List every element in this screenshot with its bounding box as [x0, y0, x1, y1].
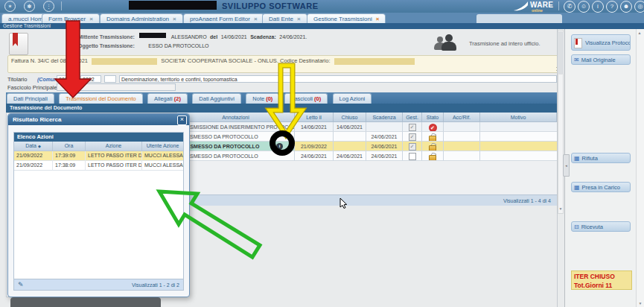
grid-icon: ▦	[574, 184, 580, 191]
list-item-selected[interactable]: 21/09/2022 17:39:09 LETTO PASSO ITER DI …	[14, 151, 183, 161]
sidebar-scrollbar[interactable]: ▲ ▼	[636, 29, 644, 307]
ricevuta-button[interactable]: ⊟Ricevuta	[571, 221, 631, 232]
cell-annotazione: TRASMISSIONE DA INSERIMENTO PROTOCOLLO N…	[177, 122, 295, 132]
col-stato[interactable]: Stato	[422, 113, 444, 122]
smiley-icon[interactable]: ☺	[578, 1, 590, 13]
titolario-code2-input[interactable]	[80, 75, 101, 83]
close-icon[interactable]: ×	[173, 16, 176, 22]
tab-dati-principali[interactable]: Dati Principali	[7, 93, 54, 104]
tab-dati-aggiuntivi[interactable]: Dati Aggiuntivi	[192, 93, 241, 104]
sidebar-collapse-handle[interactable]: ◂	[563, 154, 570, 177]
scrollbar-thumb[interactable]	[558, 31, 564, 75]
col-data[interactable]: Data◆	[14, 142, 53, 151]
scroll-down-icon[interactable]: ▼	[558, 206, 564, 211]
cell-utente: MUCCI ALESSANDRO	[142, 161, 183, 171]
tab-trasmissioni-documento[interactable]: Trasmissioni del Documento	[59, 93, 142, 104]
tab-count: (0)	[266, 95, 272, 102]
col-accrif[interactable]: Acc/Rif.	[444, 113, 480, 122]
tab-log-azioni[interactable]: Log Azioni	[333, 93, 372, 104]
table-row[interactable]: TRASMESSO DA PROTOCOLLO 24/06/2021	[177, 132, 557, 142]
star-icon[interactable]: ✶	[4, 1, 16, 12]
tab-label: Domains Administration	[106, 16, 169, 22]
iter-status-line2: Tot.Giorni 11	[574, 281, 629, 290]
user-icon[interactable]: ☻	[620, 1, 632, 13]
cell-letto: 21/09/2022	[295, 142, 334, 151]
office-people-icon	[436, 34, 462, 52]
cell-accrif	[444, 122, 480, 132]
open-lock-icon	[429, 143, 436, 151]
close-icon[interactable]: ×	[376, 16, 380, 22]
table-row[interactable]: TRASMISSIONE DA INSERIMENTO PROTOCOLLO N…	[177, 122, 557, 132]
tab-form-editor[interactable]: proAnaent Form Editor×	[183, 13, 264, 24]
tab-count: (0)	[314, 95, 321, 102]
col-scadenza[interactable]: Scadenza	[366, 113, 403, 122]
tabstrip-spacer	[476, 14, 562, 23]
mail-icon: ✉	[574, 57, 579, 63]
info-icon[interactable]: i	[592, 1, 604, 13]
col-gest[interactable]: Gest.	[403, 113, 422, 122]
col-chiuso[interactable]: Chiuso	[334, 113, 366, 122]
popup-empty-area	[14, 171, 183, 279]
browser-tabstrip: a.mucci Home Form Browser× Domains Admin…	[0, 13, 644, 23]
tab-count: (2)	[174, 95, 181, 102]
table-row-selected[interactable]: TRASMESSO DA PROTOCOLLO 21/09/2022 24/06…	[177, 142, 557, 151]
mail-originale-button[interactable]: ✉Mail Originale	[571, 54, 631, 65]
titolario-code1-input[interactable]	[57, 75, 77, 83]
info-icon[interactable]: i	[276, 143, 283, 150]
table-row[interactable]: TRASMESSO DA PROTOCOLLO 24/06/2021 24/06…	[177, 151, 557, 161]
presa-in-carico-button[interactable]: ▦Presa in Carico	[571, 182, 631, 192]
tab-allegati[interactable]: Allegati(2)	[147, 93, 188, 104]
fascicolo-input[interactable]	[57, 83, 176, 91]
close-icon[interactable]: ×	[89, 16, 93, 22]
button-label: Visualizza Protocollo	[585, 39, 631, 46]
grid-icon: ▦	[574, 155, 580, 162]
col-motivo[interactable]: Motivo	[480, 113, 557, 122]
more-icon[interactable]: ⋮	[43, 1, 54, 12]
button-label: Mail Originale	[581, 57, 616, 63]
tab-domains-administration[interactable]: Domains Administration×	[100, 13, 183, 24]
rifiuta-button[interactable]: ▦Rifiuta	[571, 153, 631, 163]
cell-chiuso: 14/06/2021	[334, 122, 366, 132]
scadenza-label: Scadenza:	[250, 34, 276, 39]
cell-motivo	[480, 122, 557, 132]
tab-gestione-trasmissioni[interactable]: Gestione Trasmissioni×	[307, 13, 386, 24]
cell-chiuso: 24/06/2021	[334, 151, 366, 161]
cell-accrif	[444, 142, 480, 151]
close-icon[interactable]: ×	[254, 16, 258, 22]
titolario-code3-input[interactable]	[104, 75, 116, 83]
close-icon[interactable]: ×	[297, 16, 301, 22]
power-icon[interactable]: ◎	[634, 1, 644, 13]
col-azione[interactable]: Azione	[86, 142, 142, 151]
redacted-highlight	[334, 58, 415, 65]
tab-form-browser[interactable]: Form Browser×	[42, 13, 100, 24]
col-ora[interactable]: Ora	[53, 142, 86, 151]
col-utente[interactable]: Utente Azione	[142, 142, 183, 151]
gest-checkbox[interactable]	[409, 124, 416, 131]
col-letto[interactable]: Letto il	[295, 113, 334, 122]
gest-checkbox[interactable]	[409, 153, 416, 160]
gest-checkbox[interactable]	[409, 133, 416, 141]
pencil-icon[interactable]: ✎	[18, 281, 24, 288]
fattura-text: Fattura N. 34/C del 08/02/2021	[11, 57, 88, 64]
visualizza-protocollo-button[interactable]: Visualizza Protocollo	[571, 34, 631, 51]
scroll-down-icon[interactable]: ▼	[637, 301, 643, 306]
gest-checkbox[interactable]	[409, 143, 416, 151]
sort-icon[interactable]: ◆	[38, 144, 41, 148]
tab-fascicoli[interactable]: Fascicoli(0)	[284, 93, 328, 104]
office-note: Trasmisione ad intero ufficio.	[469, 40, 540, 47]
scroll-up-icon[interactable]: ▲	[637, 31, 643, 35]
col-annotazioni[interactable]: Annotazioni	[177, 113, 295, 122]
table-header-row: Annotazioni Letto il Chiuso Scadenza Ges…	[177, 113, 557, 122]
phone-icon[interactable]: ✆	[564, 1, 576, 13]
tab-note[interactable]: Note(0)	[246, 93, 279, 104]
tab-dati-ente[interactable]: Dati Ente×	[262, 13, 307, 24]
list-item[interactable]: 21/09/2022 17:38:09 LETTO PASSO ITER DI …	[14, 161, 183, 171]
help-icon[interactable]: ?	[606, 1, 618, 13]
flower-icon[interactable]: ✽	[24, 1, 35, 12]
titolario-descrizione-input[interactable]	[119, 75, 557, 83]
cell-scadenza	[366, 122, 403, 132]
col-label: Data	[25, 143, 36, 148]
close-icon[interactable]: ×	[177, 115, 187, 125]
popup-footer: ✎ Visualizzati 1 - 2 di 2	[14, 279, 183, 290]
oggetto-textarea[interactable]: Fattura N. 34/C del 08/02/2021 SOCIETA' …	[7, 55, 562, 73]
